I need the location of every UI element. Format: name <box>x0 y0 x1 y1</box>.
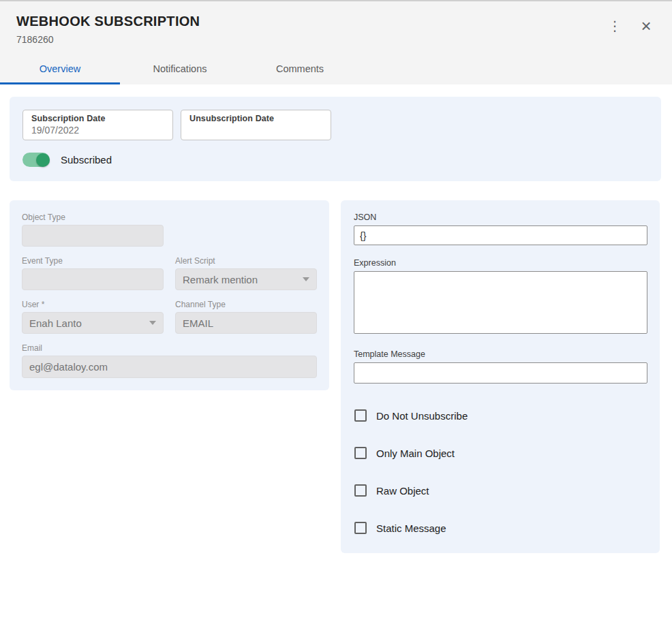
checkbox-icon <box>354 484 367 497</box>
date-row: Subscription Date 19/07/2022 Unsubscript… <box>22 110 648 140</box>
page-title: WEBHOOK SUBSCRIPTION <box>16 14 656 29</box>
user-value: Enah Lanto <box>29 317 82 329</box>
close-icon: × <box>641 17 651 35</box>
subscription-date-field[interactable]: Subscription Date 19/07/2022 <box>22 110 173 140</box>
subscription-card: Subscription Date 19/07/2022 Unsubscript… <box>10 97 661 181</box>
json-label: JSON <box>354 213 647 222</box>
email-field: Email egl@dataloy.com <box>22 343 317 378</box>
webhook-subscription-dialog: WEBHOOK SUBSCRIPTION 7186260 ⋮ × Overvie… <box>0 1 672 580</box>
subscription-date-label: Subscription Date <box>31 114 164 123</box>
user-field: User * Enah Lanto <box>22 300 164 334</box>
json-input[interactable] <box>354 225 647 245</box>
checkbox-label: Do Not Unsubscribe <box>376 410 468 422</box>
header-actions: ⋮ × <box>604 15 657 37</box>
expression-textarea[interactable] <box>354 271 647 334</box>
close-button[interactable]: × <box>635 15 657 37</box>
details-fields-grid: Object Type Event Type Alert Script Rema… <box>22 213 317 378</box>
tab-overview[interactable]: Overview <box>0 54 120 84</box>
template-message-label: Template Message <box>354 349 647 359</box>
subscription-date-value: 19/07/2022 <box>31 125 164 136</box>
subscribed-toggle-label: Subscribed <box>61 154 112 166</box>
dropdown-arrow-icon <box>303 277 309 281</box>
channel-type-input: EMAIL <box>175 312 317 334</box>
user-label: User * <box>22 300 164 309</box>
object-type-input <box>22 225 164 247</box>
dialog-header: WEBHOOK SUBSCRIPTION 7186260 ⋮ × Overvie… <box>0 1 672 84</box>
checkbox-do-not-unsubscribe[interactable]: Do Not Unsubscribe <box>354 409 647 422</box>
expression-field: Expression <box>354 258 647 337</box>
checkbox-label: Static Message <box>376 522 446 534</box>
alert-script-field: Alert Script Remark mention <box>175 256 317 290</box>
checkbox-raw-object[interactable]: Raw Object <box>354 484 647 497</box>
checkbox-list: Do Not Unsubscribe Only Main Object Raw … <box>354 409 647 534</box>
unsubscription-date-value <box>189 125 322 136</box>
tab-notifications[interactable]: Notifications <box>120 54 240 84</box>
details-card: Object Type Event Type Alert Script Rema… <box>10 200 329 390</box>
channel-type-label: Channel Type <box>175 300 317 309</box>
json-field: JSON <box>354 213 647 245</box>
event-type-field: Event Type <box>22 256 164 290</box>
object-type-field: Object Type <box>22 213 164 247</box>
user-select: Enah Lanto <box>22 312 164 334</box>
subscribed-toggle[interactable] <box>22 153 50 167</box>
two-column-layout: Object Type Event Type Alert Script Rema… <box>10 200 661 553</box>
subscribed-toggle-row: Subscribed <box>22 153 648 167</box>
email-input: egl@dataloy.com <box>22 356 317 378</box>
unsubscription-date-field[interactable]: Unsubscription Date <box>181 110 331 140</box>
checkbox-label: Raw Object <box>376 485 429 497</box>
toggle-thumb <box>36 153 50 167</box>
checkbox-label: Only Main Object <box>376 448 455 459</box>
kebab-menu-icon: ⋮ <box>608 19 622 33</box>
more-options-button[interactable]: ⋮ <box>604 15 626 37</box>
checkbox-icon <box>354 409 367 422</box>
alert-script-label: Alert Script <box>175 256 317 266</box>
tab-bar: Overview Notifications Comments <box>0 54 672 84</box>
dropdown-arrow-icon <box>149 321 156 325</box>
event-type-input <box>22 268 164 290</box>
message-card: JSON Expression Template Message Do Not … <box>341 200 660 553</box>
header-top: WEBHOOK SUBSCRIPTION 7186260 <box>0 1 672 49</box>
checkbox-icon <box>354 522 367 534</box>
checkbox-only-main-object[interactable]: Only Main Object <box>354 447 647 459</box>
template-message-field: Template Message <box>354 349 647 384</box>
template-message-input[interactable] <box>354 362 647 384</box>
alert-script-select: Remark mention <box>175 268 317 290</box>
unsubscription-date-label: Unsubscription Date <box>189 114 322 123</box>
object-type-label: Object Type <box>22 213 164 222</box>
event-type-label: Event Type <box>22 256 164 266</box>
record-id: 7186260 <box>16 34 656 45</box>
checkbox-icon <box>354 447 367 459</box>
grid-spacer <box>175 213 317 247</box>
email-label: Email <box>22 343 317 353</box>
channel-type-field: Channel Type EMAIL <box>175 300 317 334</box>
alert-script-value: Remark mention <box>183 274 258 285</box>
checkbox-static-message[interactable]: Static Message <box>354 522 647 534</box>
expression-label: Expression <box>354 258 647 268</box>
overview-tab-content: Subscription Date 19/07/2022 Unsubscript… <box>0 84 672 580</box>
tab-comments[interactable]: Comments <box>240 54 360 84</box>
